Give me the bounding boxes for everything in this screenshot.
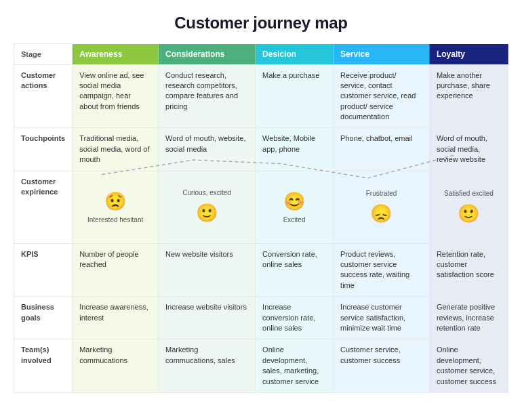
experience-service: Frustrated 😞	[334, 171, 430, 243]
teams-considerations: Marketing commucations, sales	[159, 339, 256, 393]
teams-service: Customer service, customer success	[334, 339, 430, 393]
kpis-service: Product reviews, customer service succes…	[334, 243, 430, 297]
emoji-loyalty: 🙂	[458, 201, 479, 226]
actions-service: Receive product/ service, contact custom…	[334, 64, 430, 128]
experience-awareness: 😟 Interested hesitant	[73, 171, 159, 243]
touchpoints-considerations: Word of mouth, website, social media	[159, 128, 256, 171]
kpis-decision: Conversion rate, online sales	[256, 243, 334, 297]
header-service: Service	[334, 44, 430, 65]
experience-decision: 😊 Excited	[256, 171, 334, 243]
exp-label-decision: Excited	[283, 215, 306, 225]
table-row-business-goals: Business goals Increase awareness, inter…	[14, 297, 508, 339]
teams-decision: Online development, sales, marketing, cu…	[256, 339, 334, 393]
exp-label-service-top: Frustrated	[366, 189, 397, 198]
teams-loyalty: Online development, customer service, cu…	[429, 339, 508, 393]
goals-considerations: Increase website visitors	[159, 297, 256, 339]
emoji-decision: 😊	[283, 189, 305, 213]
touchpoints-decision: Website, Mobile app, phone	[256, 128, 334, 171]
actions-decision: Make a purchase	[256, 64, 334, 128]
stage-label-goals: Business goals	[14, 297, 73, 339]
table-row-teams: Team(s) involved Marketing commucations …	[14, 339, 508, 393]
goals-service: Increase customer service satisfaction, …	[334, 297, 430, 339]
header-loyalty: Loyalty	[429, 44, 508, 65]
actions-awareness: View online ad, see social media campaig…	[73, 64, 159, 128]
goals-loyalty: Generate positive reviews, increase rete…	[429, 297, 508, 339]
kpis-awareness: Number of people reached	[73, 243, 159, 297]
experience-considerations: Curious, excited 🙂	[159, 171, 256, 243]
kpis-loyalty: Retention rate, customer satisfaction sc…	[429, 243, 508, 297]
stage-label-experience: Customer expirience	[14, 171, 73, 243]
header-stage: Stage	[14, 44, 73, 65]
kpis-considerations: New website visitors	[159, 243, 256, 297]
goals-decision: Increase conversion rate, online sales	[256, 297, 334, 339]
touchpoints-service: Phone, chatbot, email	[334, 128, 430, 171]
header-awareness: Awareness	[73, 44, 159, 65]
goals-awareness: Increase awareness, interest	[73, 297, 159, 339]
experience-loyalty: Satisfied excited 🙂	[429, 171, 508, 243]
emoji-awareness: 😟	[104, 189, 126, 213]
table-row-kpis: KPIS Number of people reached New websit…	[14, 243, 508, 297]
exp-label-loyalty-top: Satisfied excited	[444, 189, 494, 198]
stage-label-touchpoints: Touchpoints	[14, 128, 73, 171]
exp-label-awareness: Interested hesitant	[87, 215, 143, 225]
table-row-experience: Customer expirience 😟 Interested hesitan…	[14, 171, 508, 243]
main-container: Customer journey map Stage Awareness Con…	[0, 0, 522, 420]
touchpoints-awareness: Traditional media, social media, word of…	[73, 128, 159, 171]
emoji-considerations: 🙂	[196, 201, 218, 225]
actions-considerations: Conduct research, research competitors, …	[159, 64, 256, 128]
table-row-touchpoints: Touchpoints Traditional media, social me…	[14, 128, 508, 171]
page-title: Customer journey map	[14, 14, 508, 33]
header-considerations: Considerations	[159, 44, 256, 65]
journey-map-table: Stage Awareness Considerations Desicion …	[14, 43, 508, 393]
teams-awareness: Marketing commucations	[73, 339, 159, 393]
actions-loyalty: Make another purchase, share experience	[429, 64, 508, 128]
table-row-customer-actions: Customer actions View online ad, see soc…	[14, 64, 508, 128]
stage-label-teams: Team(s) involved	[14, 339, 73, 393]
header-decision: Desicion	[256, 44, 334, 65]
stage-label-kpis: KPIS	[14, 243, 73, 297]
exp-sublabel-considerations: Curious, excited	[182, 188, 231, 198]
touchpoints-loyalty: Word of mouth, social media, review webs…	[429, 128, 508, 171]
stage-label-actions: Customer actions	[14, 64, 73, 128]
emoji-service: 😞	[370, 201, 392, 226]
